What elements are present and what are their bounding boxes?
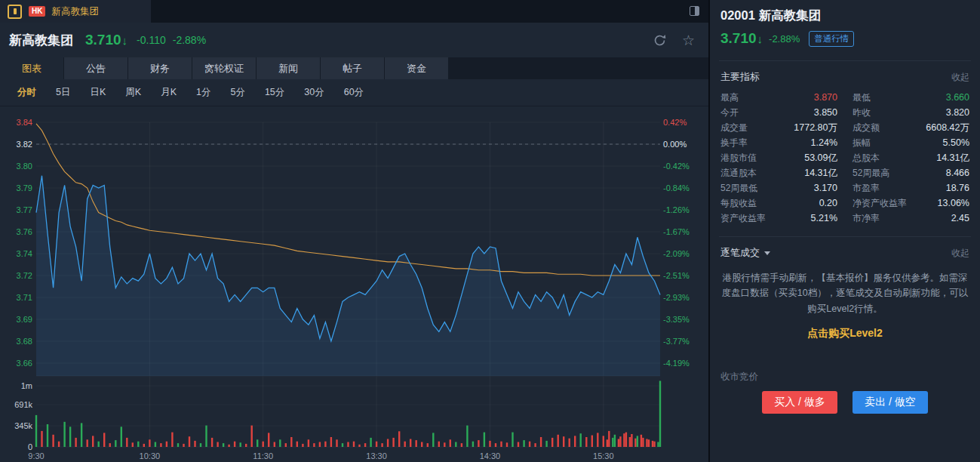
svg-text:3.69: 3.69 <box>17 315 32 324</box>
tab-posts[interactable]: 帖子 <box>321 57 384 79</box>
period-intraday[interactable]: 分时 <box>8 86 46 99</box>
stock-name: 新高教集团 <box>9 32 73 49</box>
svg-text:-1.26%: -1.26% <box>663 205 690 214</box>
favorite-star-icon[interactable]: ☆ <box>682 33 695 48</box>
right-percent-axis: 0.42%0.00%-0.42%-0.84%-1.26%-1.67%-2.09%… <box>663 118 690 368</box>
indicators-collapse-button[interactable]: 收起 <box>951 71 969 84</box>
trades-section-toggle[interactable]: 逐笔成交 <box>720 246 770 260</box>
svg-text:345k: 345k <box>14 421 32 430</box>
intraday-chart-area: 3.843.823.803.793.773.763.743.723.713.69… <box>0 106 710 462</box>
svg-text:3.77: 3.77 <box>17 205 32 214</box>
trades-collapse-button[interactable]: 收起 <box>951 247 969 260</box>
indicator-volume: 成交量1772.80万 <box>720 120 837 135</box>
intraday-chart[interactable]: 3.843.823.803.793.773.763.743.723.713.69… <box>0 106 710 462</box>
volume-bars <box>35 381 661 448</box>
period-60min[interactable]: 60分 <box>334 86 373 99</box>
indicator-amplitude: 振幅5.50% <box>853 135 969 150</box>
svg-text:-2.09%: -2.09% <box>663 249 690 258</box>
period-1min[interactable]: 1分 <box>186 86 220 99</box>
svg-text:3.72: 3.72 <box>17 271 32 280</box>
indicator-pe-ratio: 市盈率18.76 <box>853 180 969 196</box>
indicator-total-shares: 总股本14.31亿 <box>853 150 969 165</box>
svg-text:3.71: 3.71 <box>17 293 32 302</box>
price-change: -0.110 <box>137 34 166 46</box>
svg-text:9:30: 9:30 <box>28 451 44 460</box>
quote-down-arrow-icon: ↓ <box>757 32 763 45</box>
tab-warrants[interactable]: 窝轮权证 <box>192 57 256 79</box>
period-daily[interactable]: 日K <box>80 86 115 99</box>
sell-short-button[interactable]: 卖出 / 做空 <box>853 391 928 414</box>
indicator-52wk-high: 52周最高8.466 <box>853 165 969 180</box>
level2-notice-text: 港股行情需手动刷新，【基本报价】服务仅供参考。如需深度盘口数据（买卖10档），逐… <box>720 270 969 316</box>
svg-text:3.82: 3.82 <box>17 140 32 149</box>
svg-text:14:30: 14:30 <box>480 451 501 460</box>
tab-capital[interactable]: 资金 <box>385 57 448 79</box>
svg-text:-4.19%: -4.19% <box>663 359 690 368</box>
buy-level2-link[interactable]: 点击购买Level2 <box>719 327 971 340</box>
price-change-percent: -2.88% <box>173 34 206 46</box>
tab-financials[interactable]: 财务 <box>128 57 192 79</box>
quote-title: 02001 新高教集团 <box>720 8 971 24</box>
indicators-section-title: 主要指标 <box>720 70 760 84</box>
svg-text:-3.77%: -3.77% <box>663 337 690 346</box>
tab-news[interactable]: 新闻 <box>257 57 320 79</box>
svg-text:3.66: 3.66 <box>17 359 32 368</box>
svg-text:3.79: 3.79 <box>17 183 32 192</box>
period-5min[interactable]: 5分 <box>220 86 254 99</box>
top-tab-bar: HK 新高教集团 <box>0 0 708 23</box>
avg-price-line <box>36 124 660 276</box>
svg-text:-2.93%: -2.93% <box>663 293 690 302</box>
period-5day[interactable]: 5日 <box>46 86 80 99</box>
period-monthly[interactable]: 月K <box>151 86 186 99</box>
tab-chart[interactable]: 图表 <box>0 57 63 79</box>
indicator-turnover-rate: 换手率1.24% <box>720 135 837 150</box>
indicator-pb-ratio: 市净率2.45 <box>853 211 969 226</box>
time-axis: 9:3010:3011:3013:3014:3015:30 <box>28 451 613 460</box>
stock-tab[interactable]: HK 新高教集团 <box>0 0 151 23</box>
svg-text:0: 0 <box>28 442 32 451</box>
period-weekly[interactable]: 周K <box>115 86 151 99</box>
indicator-high: 最高3.870 <box>720 90 837 105</box>
indicator-low: 最低3.660 <box>853 90 969 105</box>
indicator-hk-market-cap: 港股市值53.09亿 <box>720 150 837 165</box>
svg-text:11:30: 11:30 <box>253 451 273 460</box>
svg-text:-1.67%: -1.67% <box>663 227 690 236</box>
trades-section-title: 逐笔成交 <box>720 246 760 260</box>
key-indicators-grid: 最高3.870 最低3.660 今开3.850 昨收3.820 成交量1772.… <box>719 88 971 226</box>
stock-tab-title: 新高教集团 <box>51 5 99 18</box>
svg-text:3.68: 3.68 <box>17 337 32 346</box>
closing-auction-label: 收市竞价 <box>720 371 971 383</box>
indicator-52wk-low: 52周最低3.170 <box>720 180 837 196</box>
svg-text:-3.35%: -3.35% <box>663 315 690 324</box>
hk-market-badge: HK <box>29 6 45 17</box>
period-selector: 分时 5日 日K 周K 月K 1分 5分 15分 30分 60分 <box>0 79 708 106</box>
buy-long-button[interactable]: 买入 / 做多 <box>762 391 837 414</box>
period-30min[interactable]: 30分 <box>294 86 333 99</box>
svg-text:3.80: 3.80 <box>17 162 32 171</box>
last-price: 3.710 <box>85 32 121 48</box>
stock-header: 新高教集团 3.710 ↓ -0.110 -2.88% ☆ <box>0 23 708 57</box>
tab-announcements[interactable]: 公告 <box>64 57 127 79</box>
content-tabs: 图表 公告 财务 窝轮权证 新闻 帖子 资金 <box>0 57 708 79</box>
chart-section: HK 新高教集团 新高教集团 3.710 ↓ -0.110 -2.88% ☆ 图… <box>0 0 710 462</box>
trading-app-window: HK 新高教集团 新高教集团 3.710 ↓ -0.110 -2.88% ☆ 图… <box>0 0 980 462</box>
indicator-turnover: 成交额6608.42万 <box>853 120 969 135</box>
svg-text:3.76: 3.76 <box>17 227 32 236</box>
svg-text:-2.51%: -2.51% <box>663 271 690 280</box>
quote-panel: 02001 新高教集团 3.710 ↓ -2.88% 普通行情 主要指标 收起 … <box>710 0 980 462</box>
app-logo-icon[interactable] <box>8 5 22 19</box>
svg-text:-0.84%: -0.84% <box>663 183 690 192</box>
svg-text:691k: 691k <box>14 400 32 409</box>
indicator-roe: 净资产收益率13.06% <box>853 196 969 211</box>
quote-change-percent: -2.88% <box>769 33 800 45</box>
svg-text:3.84: 3.84 <box>17 118 32 127</box>
down-arrow-icon: ↓ <box>122 34 128 47</box>
refresh-icon[interactable] <box>653 33 667 48</box>
svg-text:13:30: 13:30 <box>366 451 387 460</box>
svg-text:0.00%: 0.00% <box>663 140 687 149</box>
svg-text:1m: 1m <box>21 381 32 390</box>
period-15min[interactable]: 15分 <box>255 86 294 99</box>
svg-text:3.74: 3.74 <box>17 249 32 258</box>
quote-level-badge[interactable]: 普通行情 <box>809 31 854 47</box>
panel-toggle-icon[interactable] <box>690 6 699 16</box>
